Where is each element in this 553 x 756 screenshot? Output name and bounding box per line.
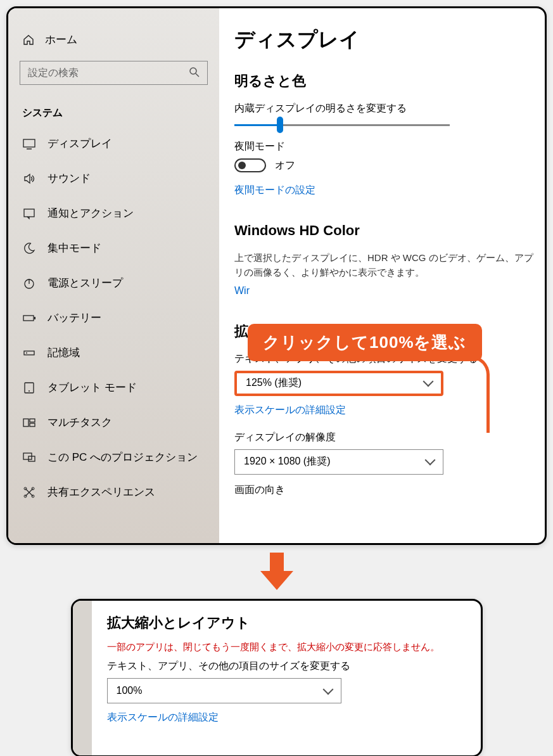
resolution-value: 1920 × 1080 (推奨) (244, 455, 331, 468)
chevron-down-icon (423, 376, 434, 387)
sidebar-item-battery[interactable]: バッテリー (8, 300, 219, 335)
slider-fill (234, 124, 280, 126)
night-mode-toggle[interactable] (234, 158, 266, 172)
share-icon (22, 485, 36, 499)
multitask-icon (22, 416, 36, 430)
scale-value: 125% (推奨) (246, 376, 302, 390)
sidebar-item-sound[interactable]: サウンド (8, 161, 219, 196)
toggle-knob (238, 162, 246, 169)
hd-color-description: 上で選択したディスプレイに、HDR や WCG のビデオ、ゲーム、アプリの画像る… (234, 250, 538, 280)
svg-rect-9 (24, 351, 34, 355)
scale-value-after: 100% (117, 685, 143, 696)
sidebar-stub (73, 601, 92, 755)
main-content: ディスプレイ 明るさと色 内蔵ディスプレイの明るさを変更する 夜間モード オフ … (219, 8, 545, 543)
night-mode-state: オフ (275, 159, 295, 172)
sound-icon (22, 172, 36, 186)
sidebar-item-label: 集中モード (48, 241, 101, 255)
brightness-slider[interactable] (234, 124, 450, 126)
home-label: ホーム (45, 32, 77, 47)
night-mode-settings-link[interactable]: 夜間モードの設定 (234, 184, 538, 197)
scale-advanced-link-after[interactable]: 表示スケールの詳細設定 (107, 711, 466, 724)
sidebar-item-label: 電源とスリープ (48, 276, 123, 290)
sidebar-item-focus[interactable]: 集中モード (8, 231, 219, 266)
sidebar-item-storage[interactable]: 記憶域 (8, 335, 219, 370)
sidebar: ホーム システム ディスプレイ サウンド 通知とアクション 集中モード 電源とス (8, 8, 219, 543)
page-title: ディスプレイ (234, 26, 538, 54)
sidebar-item-display[interactable]: ディスプレイ (8, 126, 219, 161)
sidebar-item-tablet[interactable]: タブレット モード (8, 370, 219, 405)
orientation-label: 画面の向き (234, 484, 538, 497)
brightness-heading: 明るさと色 (234, 72, 538, 91)
chevron-down-icon (425, 455, 436, 466)
svg-rect-7 (23, 316, 34, 321)
svg-point-10 (26, 352, 27, 354)
display-icon (22, 137, 36, 151)
projection-icon (22, 451, 36, 464)
sidebar-item-projection[interactable]: この PC へのプロジェクション (8, 440, 219, 475)
svg-rect-8 (34, 317, 35, 319)
resolution-label: ディスプレイの解像度 (234, 431, 538, 444)
power-icon (22, 276, 36, 290)
settings-window-before: ホーム システム ディスプレイ サウンド 通知とアクション 集中モード 電源とス (6, 6, 547, 545)
sidebar-section-label: システム (8, 96, 219, 126)
sidebar-item-multitask[interactable]: マルチタスク (8, 405, 219, 440)
search-container (20, 61, 208, 85)
sidebar-item-label: ディスプレイ (48, 136, 112, 151)
sidebar-item-shared[interactable]: 共有エクスペリエンス (8, 475, 219, 509)
resolution-dropdown[interactable]: 1920 × 1080 (推奨) (234, 449, 443, 475)
scale-advanced-link[interactable]: 表示スケールの詳細設定 (234, 404, 538, 417)
sidebar-item-label: 記憶域 (48, 345, 80, 360)
sidebar-item-label: 通知とアクション (48, 206, 134, 221)
svg-rect-15 (30, 423, 35, 426)
scale-dropdown-after[interactable]: 100% (107, 678, 341, 703)
chevron-down-icon (322, 684, 333, 695)
moon-icon (22, 241, 36, 255)
svg-rect-2 (23, 139, 35, 147)
scale-label-after: テキスト、アプリ、その他の項目のサイズを変更する (107, 660, 466, 673)
search-input[interactable] (20, 61, 208, 85)
night-mode-label: 夜間モード (234, 140, 538, 153)
sidebar-item-label: マルチタスク (48, 415, 112, 430)
annotation-connector (458, 356, 490, 433)
scale-warning: 一部のアプリは、閉じてもう一度開くまで、拡大縮小の変更に応答しません。 (107, 641, 466, 653)
svg-rect-13 (23, 419, 29, 426)
sidebar-item-label: バッテリー (48, 311, 101, 325)
sidebar-item-power[interactable]: 電源とスリープ (8, 266, 219, 300)
home-icon (22, 34, 35, 46)
sidebar-item-label: 共有エクスペリエンス (48, 485, 155, 499)
tablet-icon (22, 381, 36, 395)
slider-thumb[interactable] (277, 117, 283, 133)
hd-color-link[interactable]: Wir (234, 285, 538, 297)
scale-heading-after: 拡大縮小とレイアウト (107, 613, 466, 632)
home-button[interactable]: ホーム (8, 27, 219, 57)
svg-rect-4 (24, 209, 34, 217)
search-icon (189, 67, 200, 78)
sidebar-item-notifications[interactable]: 通知とアクション (8, 196, 219, 231)
sidebar-item-label: サウンド (48, 171, 91, 186)
sidebar-item-label: この PC へのプロジェクション (48, 450, 198, 464)
sidebar-item-label: タブレット モード (48, 380, 137, 395)
svg-point-12 (29, 390, 30, 392)
settings-window-after: 拡大縮小とレイアウト 一部のアプリは、閉じてもう一度開くまで、拡大縮小の変更に応… (71, 599, 483, 756)
notification-icon (22, 207, 36, 221)
annotation-callout: クリックして100%を選ぶ (248, 324, 482, 361)
arrow-down-icon (6, 553, 547, 590)
hd-color-heading: Windows HD Color (234, 222, 538, 239)
brightness-label: 内蔵ディスプレイの明るさを変更する (234, 102, 538, 115)
scale-dropdown[interactable]: 125% (推奨) (234, 371, 443, 396)
storage-icon (22, 346, 36, 360)
main-content-after: 拡大縮小とレイアウト 一部のアプリは、閉じてもう一度開くまで、拡大縮小の変更に応… (92, 601, 481, 755)
svg-rect-14 (30, 419, 35, 422)
battery-icon (22, 311, 36, 325)
svg-line-1 (196, 74, 199, 77)
svg-point-0 (190, 68, 196, 74)
